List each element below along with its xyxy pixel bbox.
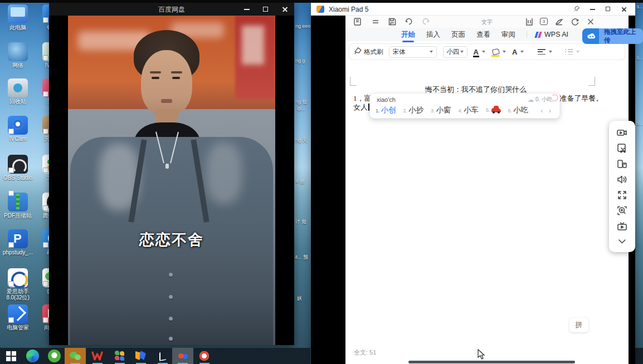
pin-button[interactable] [569, 3, 585, 16]
align-icon [538, 49, 545, 55]
cloud-candidate-icon: ☁ [528, 96, 534, 104]
maximize-button[interactable] [256, 3, 275, 16]
maximize-button[interactable] [601, 3, 616, 16]
network-icon [8, 42, 28, 61]
desktop-icon-guanjia[interactable]: 电脑管家 [0, 304, 36, 331]
font-name-dropdown[interactable]: 宋体 [389, 46, 437, 58]
tv-cast-icon[interactable] [616, 220, 628, 232]
folder-icon [8, 193, 28, 211]
font-color-icon: A [474, 48, 479, 56]
video-subtitle: 恋恋不舍 [68, 230, 275, 250]
aisi-icon [8, 268, 28, 287]
close-button[interactable] [275, 3, 294, 16]
char-effects-dropdown[interactable]: A [512, 48, 524, 56]
font-size-dropdown[interactable]: 小四 [443, 46, 467, 58]
icon-label-fragment: 4 创 [295, 178, 305, 185]
zoom-search-icon[interactable] [616, 205, 628, 217]
minimize-button[interactable] [237, 3, 256, 16]
desktop-icon-pdf-zip[interactable]: PDF压缩站 [0, 193, 36, 219]
desktop-icon-ivcam[interactable]: IVCam [0, 116, 36, 142]
taskbar-baidu-netdisk[interactable] [172, 348, 193, 364]
chevron-down-icon [482, 51, 485, 53]
bullet-list-icon [565, 49, 573, 55]
desktop-icon-obs[interactable]: OBS Studio [0, 155, 36, 181]
ime-candidate[interactable]: 6.小吃 [508, 105, 529, 115]
icon-label-fragment: ng 短 [295, 99, 308, 106]
format-toolbar: 格式刷 宋体 小四 A A [349, 43, 625, 60]
list-dropdown[interactable] [565, 49, 579, 55]
tablet-screen: 文字 3 开始 插入 页面 查看 审阅 WPS [345, 16, 629, 364]
tab-view[interactable]: 查看 [476, 30, 490, 40]
speaker-icon[interactable] [616, 174, 628, 185]
chevron-down-icon [520, 51, 524, 53]
tab-review[interactable]: 审阅 [501, 30, 515, 40]
android-gesture-bar[interactable] [408, 361, 575, 363]
share-sync-icon[interactable] [571, 17, 581, 26]
windows-taskbar [0, 348, 310, 364]
highlight-color-dropdown[interactable] [491, 49, 506, 55]
ime-candidate[interactable]: 3.小窗 [431, 105, 451, 115]
cloud-candidate[interactable]: 0. 小吃 [535, 96, 553, 104]
format-painter-label[interactable]: 格式刷 [364, 48, 383, 56]
page-number-icon[interactable]: 3 [540, 18, 548, 25]
taskbar-edge-icon[interactable] [26, 350, 39, 362]
icon-label-fragment: ng g [295, 58, 305, 63]
ime-candidate-car-emoji[interactable]: 5. [486, 107, 501, 113]
netdisk-upload-dropzone[interactable]: 拖拽至此上传 [582, 28, 643, 44]
icon-label-fragment: 3... [636, 121, 642, 126]
tab-divider [527, 31, 527, 38]
start-button[interactable] [5, 350, 18, 362]
icon-label-fragment: 3... [636, 4, 642, 9]
icon-label-fragment: ip... [297, 106, 305, 111]
document-body-line[interactable]: 女人 [353, 102, 369, 112]
pinyin-mode-badge[interactable]: 拼 [569, 318, 588, 332]
chevron-down-icon [549, 51, 552, 53]
font-color-dropdown[interactable]: A [474, 48, 485, 56]
taskbar-wechat-active[interactable] [65, 348, 86, 364]
desktop-icon-aisi[interactable]: 爱思助手 8.0(32位) [0, 268, 36, 301]
desktop-icon-phpstudy[interactable]: phpstudy_... [0, 229, 36, 255]
ime-candidate[interactable]: 2.小抄 [403, 105, 424, 115]
record-video-icon[interactable] [616, 127, 628, 139]
ime-logo-icon [551, 94, 558, 101]
tab-page[interactable]: 页面 [451, 30, 465, 40]
tab-home[interactable]: 开始 [401, 30, 415, 40]
pad-title-bar[interactable]: Xiaomi Pad 5 [311, 3, 635, 16]
ime-candidate[interactable]: 1.小创 [376, 105, 396, 115]
ime-composition: xiao'ch [377, 96, 396, 103]
format-painter-icon[interactable] [354, 47, 362, 57]
icon-label-fragment: ng 天 [295, 137, 308, 144]
taskbar-wps-icon[interactable] [91, 350, 104, 362]
icon-label-fragment: 计 短 [295, 218, 307, 225]
taskbar-360-browser-icon[interactable] [48, 350, 61, 362]
ink-pen-icon[interactable] [555, 17, 565, 26]
rotate-device-icon[interactable] [616, 158, 628, 170]
minimize-button[interactable] [585, 3, 601, 16]
ime-candidate-popup: xiao'ch ☁ 0. 小吃 1.小创 2.小抄 3.小窗 4.小车 5. 6… [369, 93, 560, 119]
phpstudy-icon [8, 229, 28, 248]
desktop-icon-recycle-bin[interactable]: 回收站 [0, 78, 36, 105]
tab-wps-ai[interactable]: WPS AI [544, 31, 568, 38]
video-content[interactable]: 恋恋不舍 [68, 16, 275, 345]
chevron-down-icon [460, 51, 464, 53]
wps-ai-icon [535, 32, 542, 38]
collapse-chevron-icon[interactable] [616, 235, 628, 247]
ime-prev-page-icon[interactable]: ‹ [538, 106, 545, 115]
tab-insert[interactable]: 插入 [426, 30, 440, 40]
desktop-icon-network[interactable]: 网络 [0, 42, 36, 68]
ime-candidate[interactable]: 4.小车 [459, 105, 479, 115]
fullscreen-icon[interactable] [616, 189, 628, 201]
obs-icon [8, 155, 28, 174]
ime-next-page-icon[interactable]: › [546, 106, 554, 115]
screen-clip-icon[interactable] [616, 142, 628, 154]
mobile-view-icon[interactable] [525, 17, 535, 26]
close-document-icon[interactable] [586, 17, 596, 26]
icon-label-fragment: 妖 [297, 295, 302, 302]
close-button[interactable] [616, 3, 632, 16]
car-emoji-icon [491, 108, 501, 112]
highlighter-icon [491, 49, 499, 55]
player-title-bar[interactable]: 百度网盘 [49, 3, 294, 16]
ivcam-icon [8, 116, 28, 135]
desktop-icon-this-pc[interactable]: 此电脑 [0, 4, 36, 31]
alignment-dropdown[interactable] [538, 49, 552, 55]
